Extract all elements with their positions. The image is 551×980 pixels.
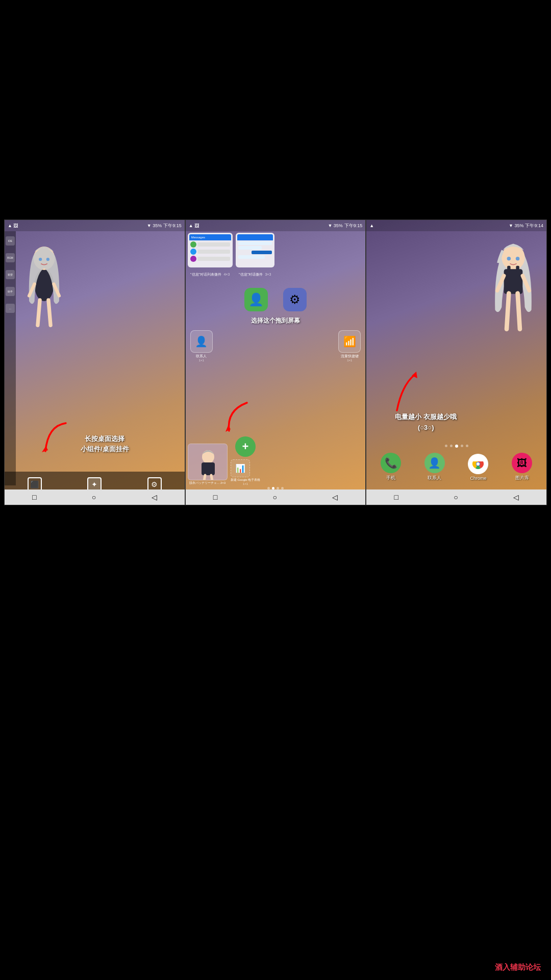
app-chrome-label: Chrome [470, 476, 486, 481]
nav-circle-2[interactable]: ○ [272, 493, 277, 501]
sidebar-1: IDE BGM 装壁 助手 ... [5, 231, 16, 485]
nav-back-3[interactable]: ◁ [513, 493, 519, 501]
svg-line-13 [204, 475, 205, 480]
app-gallery[interactable]: 🖼 图片库 [512, 453, 532, 481]
sidebar-item-4[interactable]: 助手 [6, 287, 15, 296]
app-phone[interactable]: 📞 手机 [381, 453, 401, 481]
widget-row-1: Messages [188, 233, 364, 278]
app-gallery-label: 图片库 [515, 475, 529, 481]
svg-line-6 [38, 300, 40, 325]
time-2: 下午9:15 [344, 223, 363, 229]
status-icons-3: ▲ [369, 223, 374, 228]
time-1: 下午9:15 [163, 223, 182, 229]
anime-char-3 [483, 233, 544, 337]
signal-2: ▼ 35% [328, 223, 342, 228]
nav-square-2[interactable]: □ [213, 493, 217, 501]
svg-point-11 [202, 450, 214, 463]
page-dots-3 [445, 445, 468, 448]
red-arrow-3 [377, 364, 428, 415]
widget-top-area: Messages [188, 233, 364, 362]
add-widget-area: + 📊 新建 Google 电子表格 1×1 [231, 436, 261, 485]
add-widget-button[interactable]: + [235, 436, 256, 457]
signal-1: ▼ 35% [147, 223, 162, 228]
svg-point-16 [507, 257, 511, 261]
screen3-bottom-text: 电量越小 衣服越少哦(○3○) [371, 412, 480, 433]
battery-widget-preview[interactable]: 脱衣バッテリーチェ... 2×3 [188, 444, 228, 485]
svg-rect-19 [507, 266, 510, 272]
screen2-navbar: □ ○ ◁ [186, 489, 366, 505]
svg-rect-12 [202, 462, 215, 475]
widget-icon-row: 👤 ⚙ [188, 288, 364, 311]
widget-card-2[interactable]: "信息"对话微件 3×3 [236, 233, 274, 278]
widget2-label: "信息"对话微件 [239, 273, 263, 276]
status-icons-1: ▲ 🖼 [8, 223, 18, 228]
watermark: 酒入辅助论坛 [495, 963, 541, 972]
status-icons-2: ▲ 🖼 [189, 223, 199, 228]
nav-back-1[interactable]: ◁ [152, 493, 157, 501]
app-dock: 📞 手机 👤 联系人 [366, 449, 546, 485]
contact-widget-small[interactable]: 👤 联系人 1×1 [190, 330, 213, 362]
sidebar-item-1[interactable]: IDE [6, 236, 15, 246]
red-arrow-1 [33, 415, 79, 461]
svg-line-24 [518, 293, 520, 329]
screen3-navbar: □ ○ ◁ [366, 489, 546, 505]
screen3: ▲ ▼ 35% 下午9:14 [366, 219, 547, 505]
svg-line-7 [48, 300, 51, 325]
widget-row-3: 👤 联系人 1×1 📶 流量快捷键 1×1 [188, 330, 364, 362]
bottom-widget-area: 脱衣バッテリーチェ... 2×3 + 📊 新建 Google 电子表格 1×1 [188, 442, 364, 485]
app-chrome[interactable]: Chrome [468, 454, 488, 481]
contacts-widget-icon[interactable]: 👤 [244, 288, 268, 311]
screens-container: ▲ 🖼 ▼ 35% 下午9:15 IDE BGM 装壁 [4, 219, 547, 505]
app-contacts[interactable]: 👤 联系人 [424, 453, 445, 481]
screen2: ▲ 🖼 ▼ 35% 下午9:15 Messages [185, 219, 366, 505]
quick-widget-small[interactable]: 📶 流量快捷键 1×1 [338, 330, 361, 362]
signal-3: ▼ 35% [509, 223, 523, 228]
status-right-1: ▼ 35% 下午9:15 [147, 223, 182, 229]
screen2-status-bar: ▲ 🖼 ▼ 35% 下午9:15 [186, 220, 366, 231]
drag-instruction: 选择这个拖到屏幕 [188, 315, 364, 325]
sidebar-item-5[interactable]: ... [6, 304, 15, 313]
widget1-size: 4×3 [223, 273, 230, 276]
status-left-1: ▲ 🖼 [8, 223, 18, 228]
svg-line-23 [507, 293, 509, 329]
screen1-navbar: □ ○ ◁ [5, 489, 185, 505]
nav-square-3[interactable]: □ [394, 493, 398, 501]
google-sheets-widget[interactable]: 📊 新建 Google 电子表格 1×1 [231, 459, 261, 485]
nav-back-2[interactable]: ◁ [332, 493, 338, 501]
svg-point-28 [477, 462, 480, 465]
svg-rect-20 [516, 266, 519, 272]
settings-widget-icon[interactable]: ⚙ [283, 288, 307, 311]
screen1: ▲ 🖼 ▼ 35% 下午9:15 IDE BGM 装壁 [4, 219, 185, 505]
time-3: 下午9:14 [525, 223, 543, 229]
sidebar-item-3[interactable]: 装壁 [6, 270, 15, 279]
screen1-status-bar: ▲ 🖼 ▼ 35% 下午9:15 [5, 220, 185, 231]
red-arrow-2 [216, 398, 257, 438]
sidebar-item-2[interactable]: BGM [6, 253, 15, 262]
svg-point-2 [39, 258, 42, 261]
svg-line-14 [211, 475, 212, 480]
nav-square-1[interactable]: □ [32, 493, 36, 501]
nav-circle-1[interactable]: ○ [92, 493, 96, 501]
app-contacts-label: 联系人 [428, 475, 441, 481]
widget-card-1[interactable]: Messages [188, 233, 233, 278]
nav-circle-3[interactable]: ○ [454, 493, 458, 501]
anime-char-1 [17, 235, 71, 335]
widget1-label: "信息"对话列表微件 [190, 273, 221, 276]
app-phone-label: 手机 [386, 475, 395, 481]
screen3-status-bar: ▲ ▼ 35% 下午9:14 [366, 220, 546, 231]
svg-rect-18 [504, 269, 523, 294]
svg-point-17 [516, 257, 520, 261]
svg-point-3 [46, 258, 49, 261]
